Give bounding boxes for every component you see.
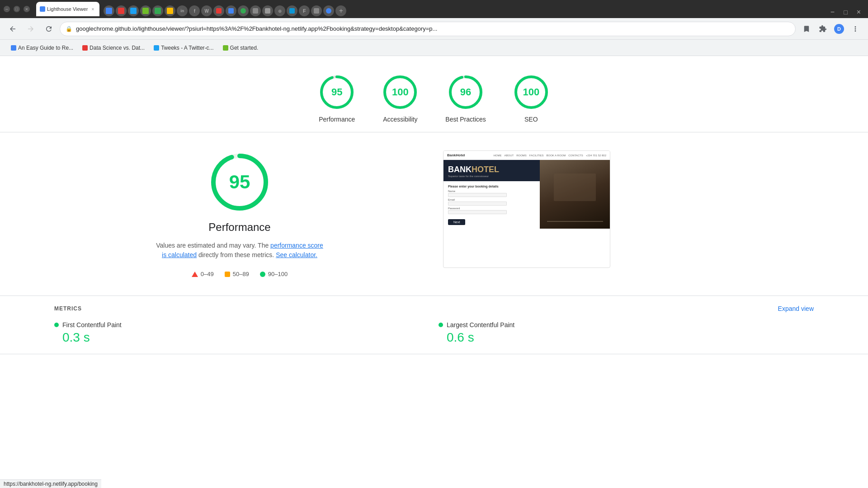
tab-icon-14[interactable] — [262, 5, 273, 16]
tab-close-icon[interactable]: × — [90, 6, 96, 12]
nav-about: ABOUT — [505, 154, 514, 157]
score-label-accessibility: Accessibility — [383, 116, 417, 123]
nav-facilities: FACILITIES — [529, 154, 544, 157]
site-preview: BankHotel HOME ABOUT ROOMS FACILITIES BO… — [443, 150, 610, 268]
site-hero-area: BANKHOTEL Superior taste for the connois… — [443, 160, 540, 181]
bookmark-favicon-2 — [82, 45, 88, 51]
tab-icon-10[interactable] — [213, 5, 224, 16]
bookmark-label-3: Tweeks - A Twitter-c... — [161, 45, 213, 51]
score-circle-best-practices: 96 — [448, 74, 484, 110]
tab-icon-15[interactable]: ⊕ — [274, 5, 285, 16]
refresh-button[interactable] — [42, 22, 56, 36]
metric-lcp: Largest Contentful Paint 0.6 s — [439, 321, 814, 345]
url-bar[interactable]: 🔒 googlechrome.github.io/lighthouse/view… — [60, 22, 796, 36]
tab-icon-12[interactable] — [238, 5, 249, 16]
tab-icon-9[interactable]: W — [201, 5, 212, 16]
bookmark-label-1: An Easy Guide to Re... — [18, 45, 73, 51]
score-circle-accessibility: 100 — [382, 74, 418, 110]
other-tabs-area: in f W ⊕ — [100, 5, 350, 16]
tab-icon-5[interactable] — [152, 5, 163, 16]
password-input[interactable] — [448, 210, 507, 214]
score-item-best-practices: 96 Best Practices — [445, 74, 486, 123]
new-tab-button[interactable]: + — [335, 5, 346, 16]
average-icon — [225, 272, 230, 277]
legend-fail: 0–49 — [192, 271, 214, 277]
tab-active[interactable]: Lighthouse Viewer × — [36, 2, 99, 16]
site-form-name: Name — [448, 190, 535, 197]
form-submit-button[interactable]: Next — [448, 219, 465, 225]
bookmark-3[interactable]: Tweeks - A Twitter-c... — [150, 43, 217, 53]
bookmark-1[interactable]: An Easy Guide to Re... — [7, 43, 77, 53]
tab-bar: Lighthouse Viewer × — [36, 2, 864, 16]
tab-icon-2[interactable] — [116, 5, 127, 16]
url-text: googlechrome.github.io/lighthouse/viewer… — [76, 25, 790, 32]
pass-icon — [260, 272, 265, 277]
site-hero-subtitle: Superior taste for the connoisseur — [448, 175, 535, 178]
score-value-performance: 95 — [331, 86, 342, 98]
tab-icon-1[interactable] — [104, 5, 114, 16]
extensions-button[interactable] — [816, 22, 830, 36]
score-legend: 0–49 50–89 90–100 — [192, 271, 288, 277]
score-value-accessibility: 100 — [392, 86, 409, 98]
window-minimize[interactable]: − — [4, 6, 10, 12]
metric-fcp: First Contentful Paint 0.3 s — [54, 321, 429, 345]
restore-btn[interactable]: □ — [840, 9, 851, 16]
back-button[interactable] — [5, 22, 20, 36]
nav-phone: +234 701 52 802 — [586, 154, 606, 157]
score-value-seo: 100 — [523, 86, 539, 98]
metrics-grid: First Contentful Paint 0.3 s Largest Con… — [54, 321, 814, 345]
tab-icon-16[interactable] — [287, 5, 297, 16]
site-hero-title: BANKHOTEL — [448, 165, 535, 174]
tab-icon-11[interactable] — [226, 5, 236, 16]
performance-description: Values are estimated and may vary. The p… — [154, 241, 326, 260]
minimize-btn[interactable]: − — [827, 8, 838, 16]
tab-icon-19[interactable] — [323, 5, 334, 16]
profile-button[interactable]: D — [832, 22, 846, 36]
big-score-circle: 95 — [208, 150, 271, 214]
metric-lcp-dot — [439, 323, 443, 327]
legend-fail-range: 0–49 — [201, 271, 214, 277]
score-value-best-practices: 96 — [460, 86, 471, 98]
tab-icon-6[interactable] — [165, 5, 175, 16]
bookmark-button[interactable] — [799, 22, 814, 36]
legend-pass: 90–100 — [260, 271, 288, 277]
tab-favicon — [40, 6, 45, 12]
tab-icon-17[interactable]: F — [299, 5, 310, 16]
window-close[interactable]: × — [24, 6, 30, 12]
email-input[interactable] — [448, 202, 507, 206]
browser-frame: − □ × Lighthouse Viewer × — [0, 0, 868, 488]
bookmark-label-2: Data Science vs. Dat... — [90, 45, 145, 51]
bookmark-2[interactable]: Data Science vs. Dat... — [79, 43, 148, 53]
bottom-divider — [0, 354, 868, 354]
site-form-title: Please enter your booking details — [448, 185, 535, 188]
name-input[interactable] — [448, 193, 507, 197]
perf-desc-pre: Values are estimated and may vary. The — [156, 242, 270, 249]
tab-icon-3[interactable] — [128, 5, 139, 16]
close-btn[interactable]: × — [853, 8, 864, 16]
scores-section: 95 Performance 100 Accessibility — [0, 56, 868, 132]
metric-fcp-label: First Contentful Paint — [62, 321, 122, 328]
window-maximize[interactable]: □ — [14, 6, 20, 12]
site-brand: BankHotel — [447, 153, 465, 157]
tab-icon-8[interactable]: f — [189, 5, 200, 16]
forward-button[interactable] — [24, 22, 38, 36]
perf-link-2[interactable]: See calculator. — [276, 251, 317, 258]
nav-bar: 🔒 googlechrome.github.io/lighthouse/view… — [0, 18, 868, 40]
tab-icon-4[interactable] — [140, 5, 151, 16]
metric-fcp-value: 0.3 s — [54, 330, 429, 345]
status-url: https://bankhotel-ng.netlify.app/booking — [4, 481, 98, 487]
name-label: Name — [448, 190, 535, 192]
score-circle-performance: 95 — [319, 74, 355, 110]
bookmark-4[interactable]: Get started. — [219, 43, 262, 53]
metrics-title: METRICS — [54, 305, 82, 312]
menu-button[interactable] — [848, 22, 863, 36]
tab-icon-18[interactable] — [311, 5, 322, 16]
tab-icon-7[interactable]: in — [177, 5, 188, 16]
perf-desc-mid: directly from these metrics. — [197, 251, 276, 258]
performance-left-panel: 95 Performance Values are estimated and … — [54, 150, 425, 277]
bookmark-label-4: Get started. — [230, 45, 259, 51]
tab-icon-13[interactable] — [250, 5, 261, 16]
site-hotel-image — [540, 160, 610, 229]
site-body: BANKHOTEL Superior taste for the connois… — [443, 160, 610, 229]
expand-view-button[interactable]: Expand view — [778, 305, 814, 312]
